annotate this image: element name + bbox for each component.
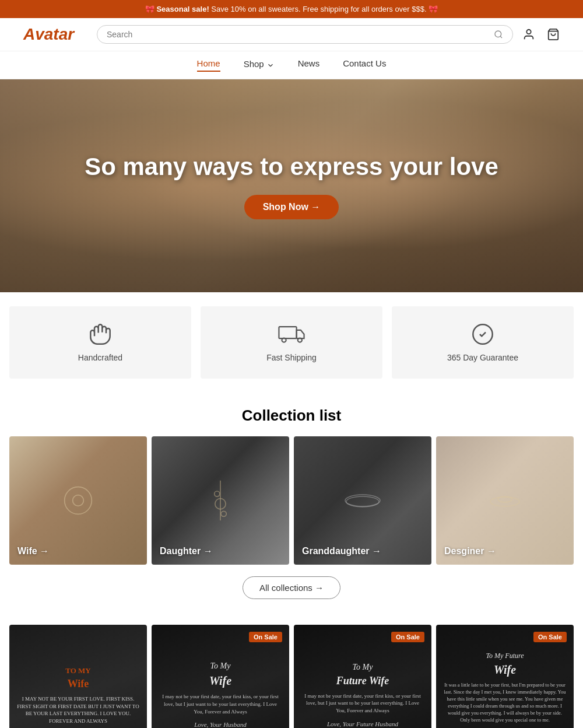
nav-shop-wrapper[interactable]: Shop	[244, 58, 275, 72]
feature-handcrafted: Handcrafted	[9, 306, 191, 379]
nav-news[interactable]: News	[298, 58, 320, 72]
announcement-sale-label: Seasonal sale!	[156, 5, 209, 13]
announcement-bar: 🎀 Seasonal sale! Save 10% on all sweater…	[0, 0, 583, 18]
collection-designer-label: Desginer →	[444, 546, 496, 556]
product-grid: TO MY Wife I MAY NOT BE YOUR FIRST LOVE.…	[9, 625, 574, 728]
hero-section: So many ways to express your love Shop N…	[0, 79, 583, 292]
product-text-3: To My Future Wife I may not be your firs…	[301, 661, 424, 728]
shop-now-button[interactable]: Shop Now →	[244, 195, 339, 219]
search-input[interactable]	[107, 30, 489, 39]
features-section: Handcrafted Fast Shipping 365 Day Guaran…	[0, 292, 583, 393]
chevron-down-icon	[266, 61, 275, 69]
nav-home[interactable]: Home	[197, 58, 220, 72]
shield-check-icon	[471, 323, 494, 346]
svg-point-12	[215, 491, 220, 496]
svg-point-15	[346, 496, 379, 507]
cart-button[interactable]	[547, 28, 560, 41]
product-overlay-1: TO MY Wife I MAY NOT BE YOUR FIRST LOVE.…	[9, 625, 147, 728]
announcement-pretext: 🎀	[145, 5, 154, 13]
product-overlay-4: To My Future Wife It was a little late t…	[436, 625, 574, 728]
svg-point-9	[73, 495, 84, 506]
collection-designer[interactable]: Desginer →	[436, 436, 574, 565]
all-collections-wrapper: All collections →	[9, 565, 574, 611]
collection-granddaughter[interactable]: Granddaughter →	[294, 436, 431, 565]
nav-shop[interactable]: Shop	[244, 59, 264, 71]
collection-wife-label: Wife →	[17, 546, 49, 556]
svg-line-1	[500, 36, 502, 38]
truck-icon	[278, 323, 305, 346]
product-item-4[interactable]: On Sale To My Future Wife It was a littl…	[436, 625, 574, 728]
designer-jewelry-icon	[436, 436, 574, 565]
collection-daughter[interactable]: Daughter →	[152, 436, 289, 565]
hero-title: So many ways to express your love	[85, 153, 498, 181]
feature-fast-shipping: Fast Shipping	[201, 306, 382, 379]
feature-guarantee: 365 Day Guarantee	[392, 306, 574, 379]
header-icons	[522, 28, 560, 41]
search-icon	[494, 30, 503, 39]
guarantee-label: 365 Day Guarantee	[447, 353, 518, 362]
collection-wife[interactable]: Wife →	[9, 436, 147, 565]
nav-contact[interactable]: Contact Us	[343, 58, 386, 72]
daughter-jewelry-icon	[152, 436, 289, 565]
svg-point-6	[298, 338, 302, 342]
header: Avatar	[0, 18, 583, 51]
search-bar	[97, 25, 513, 44]
product-item-3[interactable]: On Sale To My Future Wife I may not be y…	[294, 625, 431, 728]
all-collections-button[interactable]: All collections →	[243, 576, 340, 599]
handcrafted-label: Handcrafted	[78, 353, 122, 362]
granddaughter-jewelry-icon	[294, 436, 431, 565]
collection-title: Collection list	[9, 407, 574, 425]
collection-grid: Wife → Daughter → Gran	[9, 436, 574, 565]
product-item-1[interactable]: TO MY Wife I MAY NOT BE YOUR FIRST LOVE.…	[9, 625, 147, 728]
product-text-1: TO MY Wife I MAY NOT BE YOUR FIRST LOVE.…	[16, 665, 140, 725]
product-section: TO MY Wife I MAY NOT BE YOUR FIRST LOVE.…	[0, 625, 583, 728]
main-nav: Home Shop News Contact Us	[0, 51, 583, 79]
product-text-4: To My Future Wife It was a little late t…	[443, 650, 567, 728]
svg-point-2	[526, 30, 531, 34]
announcement-sale-text: Save 10% on all sweaters. Free shipping …	[211, 5, 426, 13]
collection-daughter-label: Daughter →	[160, 546, 213, 556]
product-overlay-2: To My Wife I may not be your first date,…	[152, 625, 289, 728]
product-overlay-3: To My Future Wife I may not be your firs…	[294, 625, 431, 728]
collection-granddaughter-label: Granddaughter →	[302, 546, 381, 556]
svg-point-0	[495, 31, 501, 37]
hero-content: So many ways to express your love Shop N…	[85, 153, 498, 219]
announcement-posttext: 🎀	[429, 5, 438, 13]
svg-point-16	[490, 497, 519, 506]
svg-point-5	[282, 338, 286, 342]
svg-point-8	[65, 487, 92, 514]
collection-section: Collection list Wife → D	[0, 393, 583, 625]
logo[interactable]: Avatar	[23, 25, 87, 44]
hand-icon	[89, 323, 112, 346]
fast-shipping-label: Fast Shipping	[266, 353, 317, 362]
product-text-2: To My Wife I may not be your first date,…	[159, 660, 282, 728]
product-item-2[interactable]: On Sale To My Wife I may not be your fir…	[152, 625, 289, 728]
account-button[interactable]	[522, 28, 535, 41]
svg-point-13	[221, 511, 226, 516]
wife-jewelry-icon	[9, 436, 147, 565]
svg-rect-4	[279, 327, 296, 338]
